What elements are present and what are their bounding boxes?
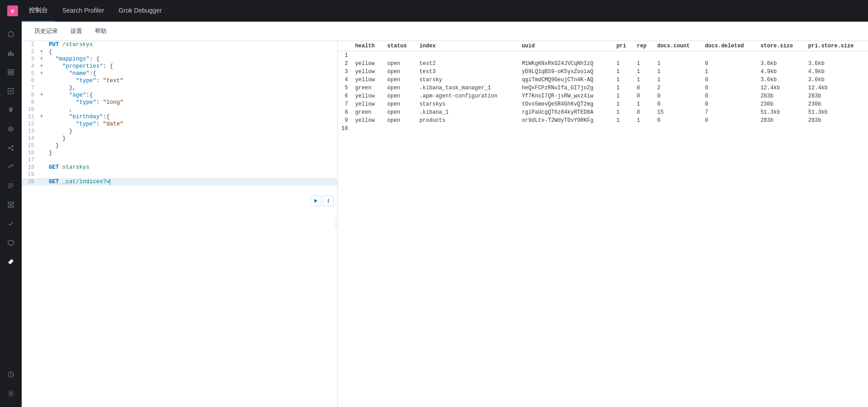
- table-row: 9 "type": "long": [22, 99, 337, 106]
- help-button[interactable]: 帮助: [89, 25, 112, 37]
- svg-rect-3: [12, 53, 14, 56]
- sidebar-icon-settings[interactable]: [2, 384, 20, 402]
- table-row: 17: [22, 157, 337, 164]
- table-row: 4 ▼ "properties": {: [22, 63, 337, 70]
- history-button[interactable]: 历史记录: [29, 25, 63, 37]
- table-row: 14 }: [22, 135, 337, 142]
- table-row: 6yellowopen.apm-agent-configurationYf7Kn…: [338, 92, 868, 100]
- svg-marker-24: [314, 199, 317, 203]
- table-row: 3yellowopentest3yD9LQ1qBS9-oK5yxZoolaQ11…: [338, 68, 868, 76]
- table-row: 11 ▼ "birthday":{: [22, 113, 337, 120]
- svg-rect-4: [8, 69, 10, 72]
- logo[interactable]: e: [4, 0, 22, 22]
- svg-rect-2: [10, 51, 12, 56]
- tab-search-profiler[interactable]: Search Profiler: [55, 0, 112, 22]
- results-pane[interactable]: health status index uuid pri rep docs.co…: [338, 41, 868, 407]
- svg-point-13: [12, 149, 14, 151]
- svg-point-10: [10, 128, 12, 130]
- sidebar-icon-visualize[interactable]: [2, 44, 20, 62]
- toolbar: 历史记录 设置 帮助: [22, 22, 868, 41]
- table-row: 5greenopen.kibana_task_manager_1heQxFCPz…: [338, 84, 868, 92]
- col-store-size: store.size: [757, 41, 805, 51]
- table-row: 7 },: [22, 84, 337, 92]
- code-lines: 1 PUT /starskys 2 ▼ { 3: [22, 41, 337, 185]
- table-row: 2yellowopentest2M1WKgKNxRkG24JVCqNhIzQ11…: [338, 60, 868, 68]
- tab-grok-debugger[interactable]: Grok Debugger: [112, 0, 169, 22]
- col-health: health: [351, 41, 383, 51]
- table-row: 12 "type": "date": [22, 120, 337, 128]
- svg-marker-21: [8, 240, 14, 245]
- col-pri: pri: [613, 41, 633, 51]
- sidebar-icon-infra[interactable]: [2, 196, 20, 214]
- results-table: health status index uuid pri rep docs.co…: [338, 41, 868, 133]
- table-row: 6 "type": "text": [22, 77, 337, 84]
- table-row: 18 GET starskys: [22, 164, 337, 171]
- svg-rect-7: [11, 73, 14, 75]
- table-row: 9yellowopenproductsor9dLtx-T2WdyTDvY9RKF…: [338, 116, 868, 125]
- svg-point-25: [328, 199, 329, 200]
- content-area: 历史记录 设置 帮助 1 PUT /starskys: [22, 22, 868, 407]
- table-row: 19: [22, 171, 337, 178]
- sidebar-icon-canvas[interactable]: [2, 82, 20, 100]
- tab-console[interactable]: 控制台: [22, 0, 55, 22]
- table-row: 7yellowopenstarskystOvo5mevQeSR4GhKvQT2m…: [338, 100, 868, 108]
- run-buttons: [310, 195, 334, 206]
- settings-button[interactable]: 设置: [65, 25, 88, 37]
- svg-point-29: [336, 223, 336, 224]
- col-index: index: [416, 41, 518, 51]
- sidebar-icon-dashboard[interactable]: [2, 63, 20, 81]
- svg-point-27: [328, 202, 329, 203]
- svg-point-9: [9, 127, 13, 131]
- sidebar-icon-ml[interactable]: [2, 120, 20, 138]
- table-row: 10 ,: [22, 106, 337, 113]
- top-nav: e 控制台 Search Profiler Grok Debugger: [0, 0, 868, 22]
- svg-rect-5: [11, 69, 14, 72]
- table-row: 8 ▼ "age":{: [22, 92, 337, 99]
- svg-line-15: [10, 148, 12, 149]
- main-layout: 历史记录 设置 帮助 1 PUT /starskys: [0, 22, 868, 407]
- table-row: 15 }: [22, 142, 337, 149]
- sidebar-icon-siem[interactable]: [2, 234, 20, 252]
- svg-rect-1: [8, 52, 9, 56]
- svg-rect-17: [8, 185, 14, 186]
- table-header-row: health status index uuid pri rep docs.co…: [338, 41, 868, 51]
- sidebar-icon-graph[interactable]: [2, 139, 20, 157]
- table-row: 13 }: [22, 128, 337, 135]
- col-docs-deleted: docs.deleted: [701, 41, 757, 51]
- resize-handle[interactable]: [334, 215, 338, 233]
- sidebar-icon-logs[interactable]: [2, 177, 20, 195]
- table-row: 5 ▼ "name":{: [22, 70, 337, 77]
- editor-pane[interactable]: 1 PUT /starskys 2 ▼ { 3: [22, 41, 338, 407]
- svg-point-11: [8, 147, 10, 149]
- col-rep: rep: [633, 41, 653, 51]
- run-button[interactable]: [310, 195, 321, 206]
- table-row: 20 GET _cat/indices?v: [22, 178, 337, 185]
- sidebar-icon-apm[interactable]: [2, 158, 20, 176]
- svg-rect-19: [8, 202, 14, 204]
- svg-point-26: [328, 200, 329, 201]
- top-nav-tabs: 控制台 Search Profiler Grok Debugger: [22, 0, 169, 22]
- svg-rect-16: [8, 184, 14, 185]
- col-docs-count: docs.count: [653, 41, 701, 51]
- col-uuid: uuid: [518, 41, 612, 51]
- sidebar-icon-dev-tools[interactable]: [2, 253, 20, 271]
- editor-results-split: 1 PUT /starskys 2 ▼ { 3: [22, 41, 868, 407]
- tools-button[interactable]: [323, 195, 334, 206]
- editor-content[interactable]: 1 PUT /starskys 2 ▼ { 3: [22, 41, 337, 407]
- svg-line-14: [10, 147, 12, 148]
- svg-rect-18: [8, 187, 12, 188]
- sidebar-icon-discover[interactable]: [2, 25, 20, 43]
- table-row: 4yellowopenstarskyqgiTmdCMQ9GeujCTn4K-AQ…: [338, 76, 868, 84]
- sidebar-icon-stack-monitoring[interactable]: [2, 365, 20, 384]
- col-status: status: [384, 41, 416, 51]
- col-rownum: [338, 41, 351, 51]
- sidebar: [0, 22, 22, 407]
- table-row: 2 ▼ {: [22, 48, 337, 56]
- table-row: 10: [338, 125, 868, 133]
- svg-point-0: [8, 32, 14, 37]
- table-row: 1 PUT /starskys: [22, 41, 337, 48]
- sidebar-icon-maps[interactable]: [2, 101, 20, 119]
- elastic-logo-icon: e: [7, 5, 18, 16]
- table-row: 8greenopen.kibana_1rglPaUcgQT6z84kyRTED8…: [338, 108, 868, 116]
- sidebar-icon-uptime[interactable]: [2, 215, 20, 233]
